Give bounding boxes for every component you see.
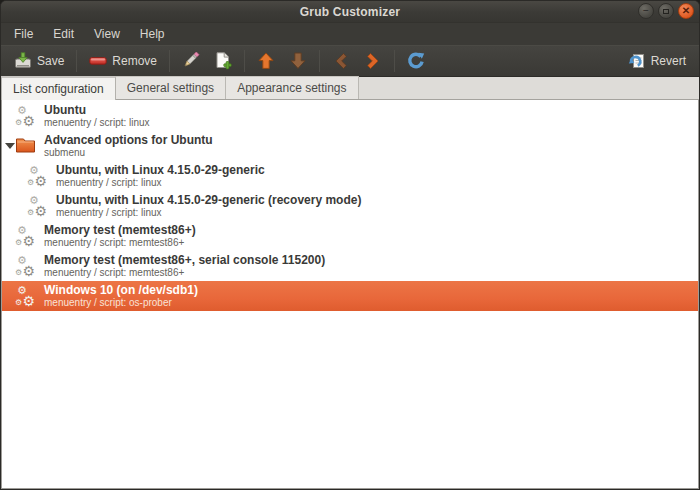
list-item[interactable]: ⚙⚙⚙ Memory test (memtest86+, serial cons… [2, 251, 698, 281]
maximize-button[interactable] [658, 3, 674, 19]
list-item[interactable]: ⚙⚙⚙ Memory test (memtest86+) menuentry /… [2, 221, 698, 251]
rename-button[interactable] [175, 49, 207, 73]
entry-subtitle: submenu [44, 147, 213, 159]
entry-icon: ⚙⚙⚙ [27, 165, 49, 187]
move-up-icon [257, 52, 275, 70]
entry-title: Memory test (memtest86+, serial console … [44, 253, 325, 267]
remove-label: Remove [112, 54, 157, 68]
entry-title: Windows 10 (on /dev/sdb1) [44, 283, 198, 297]
entry-text: Windows 10 (on /dev/sdb1) menuentry / sc… [44, 283, 198, 309]
entry-title: Ubuntu, with Linux 4.15.0-29-generic [56, 163, 265, 177]
entry-text: Memory test (memtest86+) menuentry / scr… [44, 223, 196, 249]
entry-subtitle: menuentry / script: os-prober [44, 297, 198, 309]
revert-button[interactable]: Revert [621, 49, 693, 73]
entry-text: Ubuntu menuentry / script: linux [44, 103, 150, 129]
menu-item-view[interactable]: View [85, 25, 129, 43]
menu-item-edit[interactable]: Edit [44, 25, 83, 43]
entry-title: Ubuntu [44, 103, 150, 117]
toolbar-separator [394, 50, 395, 72]
entry-text: Ubuntu, with Linux 4.15.0-29-generic (re… [56, 193, 361, 219]
folder-icon [15, 135, 36, 154]
move-right-button[interactable] [357, 49, 389, 73]
move-right-icon [364, 52, 382, 70]
boot-entry-list: ⚙⚙⚙ Ubuntu menuentry / script: linux Adv… [1, 100, 699, 489]
menu-item-help[interactable]: Help [131, 25, 174, 43]
menu-bar: FileEditViewHelp [1, 23, 699, 45]
revert-icon [628, 52, 646, 70]
entry-text: Memory test (memtest86+, serial console … [44, 253, 325, 279]
entry-subtitle: menuentry / script: linux [56, 207, 361, 219]
minimize-button[interactable]: − [638, 3, 654, 19]
list-item[interactable]: Advanced options for Ubuntu submenu [2, 131, 698, 161]
save-icon [14, 52, 32, 70]
new-entry-button[interactable] [207, 49, 239, 73]
entry-title: Advanced options for Ubuntu [44, 133, 213, 147]
entry-icon [15, 135, 37, 157]
move-down-icon [289, 52, 307, 70]
entry-icon: ⚙⚙⚙ [15, 225, 37, 247]
save-button[interactable]: Save [7, 49, 71, 73]
rename-icon [182, 52, 200, 70]
expander-zone [4, 143, 15, 149]
tab-general-settings[interactable]: General settings [116, 76, 226, 99]
expander-icon[interactable] [5, 143, 15, 149]
tab-appearance-settings[interactable]: Appearance settings [226, 76, 358, 99]
move-down-button[interactable] [282, 49, 314, 73]
list-item[interactable]: ⚙⚙⚙ Ubuntu, with Linux 4.15.0-29-generic… [2, 161, 698, 191]
toolbar-separator [244, 50, 245, 72]
entry-text: Ubuntu, with Linux 4.15.0-29-generic men… [56, 163, 265, 189]
entry-icon: ⚙⚙⚙ [15, 285, 37, 307]
entry-subtitle: menuentry / script: memtest86+ [44, 267, 325, 279]
app-window: Grub Customizer − ✕ FileEditViewHelp Sav… [0, 0, 700, 490]
move-left-button[interactable] [325, 49, 357, 73]
move-up-button[interactable] [250, 49, 282, 73]
entry-icon: ⚙⚙⚙ [27, 195, 49, 217]
window-controls: − ✕ [638, 3, 694, 19]
toolbar-separator [76, 50, 77, 72]
save-label: Save [37, 54, 64, 68]
entry-subtitle: menuentry / script: linux [56, 177, 265, 189]
revert-label: Revert [651, 54, 686, 68]
maximize-icon [663, 9, 669, 14]
new-entry-icon [214, 52, 232, 70]
entry-title: Ubuntu, with Linux 4.15.0-29-generic (re… [56, 193, 361, 207]
toolbar-separator [169, 50, 170, 72]
entry-subtitle: menuentry / script: memtest86+ [44, 237, 196, 249]
entry-icon: ⚙⚙⚙ [15, 105, 37, 127]
tab-list-configuration[interactable]: List configuration [1, 76, 116, 100]
entry-title: Memory test (memtest86+) [44, 223, 196, 237]
entry-subtitle: menuentry / script: linux [44, 117, 150, 129]
entry-text: Advanced options for Ubuntu submenu [44, 133, 213, 159]
list-item[interactable]: ⚙⚙⚙ Ubuntu menuentry / script: linux [2, 101, 698, 131]
toolbar-separator [319, 50, 320, 72]
remove-icon [89, 52, 107, 70]
toolbar: Save Remove [1, 45, 699, 77]
menu-item-file[interactable]: File [5, 25, 42, 43]
list-item[interactable]: ⚙⚙⚙ Ubuntu, with Linux 4.15.0-29-generic… [2, 191, 698, 221]
move-left-icon [332, 52, 350, 70]
refresh-icon [407, 52, 425, 70]
close-button[interactable]: ✕ [678, 3, 694, 19]
title-bar: Grub Customizer − ✕ [1, 1, 699, 23]
refresh-button[interactable] [400, 49, 432, 73]
entry-icon: ⚙⚙⚙ [15, 255, 37, 277]
window-title: Grub Customizer [300, 5, 400, 19]
list-item[interactable]: ⚙⚙⚙ Windows 10 (on /dev/sdb1) menuentry … [2, 281, 698, 311]
tab-strip: List configurationGeneral settingsAppear… [1, 77, 699, 100]
remove-button[interactable]: Remove [82, 49, 164, 73]
